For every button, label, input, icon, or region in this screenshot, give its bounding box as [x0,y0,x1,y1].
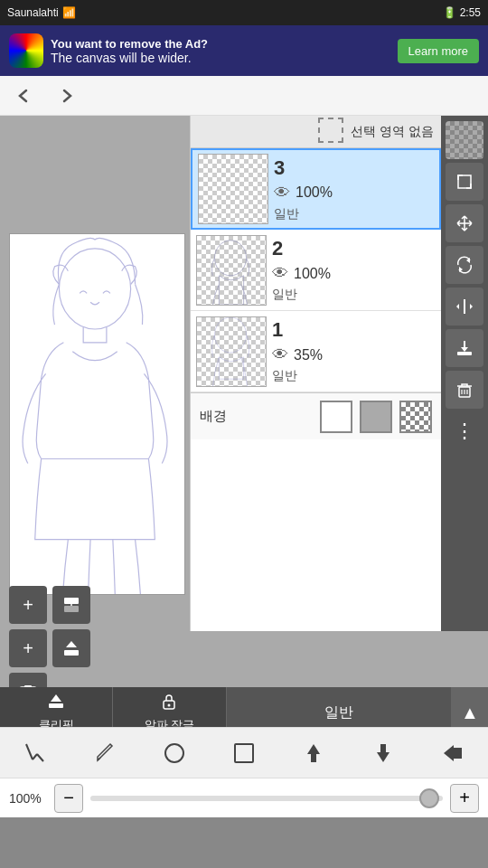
layer-2-number: 2 [272,237,436,260]
export-button[interactable] [446,329,483,367]
forward-button[interactable] [52,81,81,110]
tool-row-1: + [9,586,90,624]
more-options-button[interactable]: ⋮ [446,412,483,450]
layer-item-1[interactable]: 1 👁 35% 일반 [191,311,441,392]
rectangle-tool[interactable] [222,731,266,775]
time-display: 2:55 [460,6,481,19]
layer-1-opacity: 35% [294,347,323,363]
svg-line-30 [33,754,37,760]
layer-1-eye-icon: 👁 [272,345,288,364]
background-row: 배경 [191,392,441,439]
zoom-thumb[interactable] [419,788,439,808]
layer-1-info: 1 👁 35% 일반 [272,318,436,384]
flip-button[interactable] [446,288,483,326]
layer-3-thumb [198,154,268,224]
svg-rect-1 [64,598,79,604]
active-tab-label: 일반 [324,703,353,722]
move-down-tool[interactable] [361,731,405,775]
svg-rect-40 [454,748,462,759]
rotate-button[interactable] [446,246,483,284]
move-up-tool[interactable] [292,731,335,775]
svg-marker-39 [444,745,454,761]
battery-icon: 🔋 [443,6,456,19]
alpha-lock-icon [160,693,178,715]
svg-point-33 [165,744,183,762]
main-area: + + 선택 영역 없음 [0,116,488,738]
background-label: 배경 [200,408,227,425]
bg-swatch-white[interactable] [320,401,352,433]
svg-point-28 [168,703,171,706]
svg-marker-5 [66,641,77,647]
layers-panel: 선택 영역 없음 3 👁 100% 일반 [190,116,441,631]
merge-layer-button[interactable] [52,586,90,624]
layer-3-visibility: 👁 100% [274,184,434,203]
layer-item-2[interactable]: 2 👁 100% 일반 [191,230,441,311]
tool-bar [0,727,488,778]
layer-3-number: 3 [274,156,434,180]
no-selection-icon [318,118,343,146]
layer-action-button[interactable] [52,629,90,667]
layer-1-number: 1 [272,318,436,342]
svg-rect-34 [235,744,253,762]
add-button-2[interactable]: + [9,629,47,667]
transform-button[interactable] [446,163,483,201]
svg-rect-2 [64,606,79,612]
delete-button[interactable] [446,371,483,409]
zoom-minus-button[interactable]: − [54,784,83,813]
bg-swatch-checker[interactable] [399,401,432,433]
bg-swatch-gray[interactable] [360,401,392,433]
nav-bar [0,76,488,116]
move-button[interactable] [446,204,483,242]
layer-1-mode: 일반 [272,368,436,384]
svg-rect-25 [49,703,63,708]
svg-marker-37 [377,752,389,762]
svg-marker-19 [461,347,468,352]
layer-3-opacity: 100% [296,184,333,201]
layer-3-info: 3 👁 100% 일반 [274,156,434,222]
zoom-level: 100% [9,791,47,806]
svg-line-31 [37,754,43,761]
ad-icon [9,33,43,68]
svg-point-0 [59,249,130,329]
svg-rect-4 [64,650,79,656]
selector-tool[interactable] [14,731,57,775]
layer-2-eye-icon: 👁 [272,264,288,283]
add-layer-button[interactable]: + [9,586,47,624]
layer-1-visibility: 👁 35% [272,345,436,364]
learn-more-button[interactable]: Learn more [398,39,479,63]
ad-body: The canvas will be wider. [51,51,192,65]
layer-2-mode: 일반 [272,287,436,303]
svg-rect-36 [311,754,316,762]
pen-tool[interactable] [83,731,127,775]
layer-3-eye-icon: 👁 [274,184,290,203]
transparency-button[interactable] [446,121,483,159]
status-right: 🔋 2:55 [443,6,481,19]
signal-icon: 📶 [62,6,76,19]
ad-text: You want to remove the Ad? The canvas wi… [51,36,390,65]
svg-marker-16 [470,304,473,309]
svg-point-10 [214,317,246,353]
status-left: Saunalahti 📶 [7,6,76,19]
zoom-plus-button[interactable]: + [450,784,479,813]
status-bar: Saunalahti 📶 🔋 2:55 [0,0,488,25]
ad-title: You want to remove the Ad? [51,37,208,51]
right-panel: ⋮ [441,116,488,631]
back-button[interactable] [9,81,38,110]
ellipse-tool[interactable] [153,731,196,775]
zoom-slider[interactable] [90,796,443,801]
layer-item-3[interactable]: 3 👁 100% 일반 [191,148,441,230]
zoom-bar: 100% − + [0,778,488,817]
layer-2-opacity: 100% [294,266,331,282]
layer-header: 선택 영역 없음 [191,116,441,148]
ad-banner: You want to remove the Ad? The canvas wi… [0,25,488,76]
svg-rect-11 [458,175,471,188]
layer-1-thumb [196,316,267,387]
app-name: Saunalahti [7,6,59,19]
svg-line-29 [26,744,33,760]
svg-rect-17 [457,352,472,355]
layer-2-info: 2 👁 100% 일반 [272,237,436,303]
layer-2-visibility: 👁 100% [272,264,436,283]
no-selection-label: 선택 영역 없음 [351,124,434,140]
layer-3-mode: 일반 [274,206,434,222]
back-tool[interactable] [431,731,474,775]
